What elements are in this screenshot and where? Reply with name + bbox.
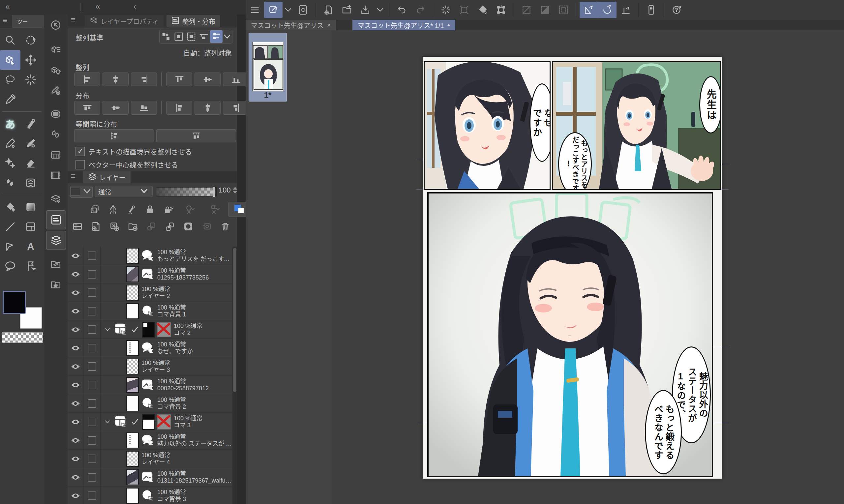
layer-row[interactable]: 100 %通常レイヤー 2 <box>68 284 232 302</box>
layer-thumbnail[interactable] <box>126 359 139 375</box>
layer-search-combo[interactable] <box>70 186 93 198</box>
layer-ruler-pen-button[interactable] <box>105 202 122 216</box>
opacity-slider[interactable] <box>156 187 217 196</box>
toolbar-help-button[interactable] <box>667 2 686 18</box>
layer-visibility-toggle[interactable] <box>68 362 84 372</box>
properties-menu-icon[interactable]: ≡ <box>71 15 75 24</box>
tool-palette-tab[interactable]: ツー <box>12 15 44 28</box>
panel-strip-timeline[interactable] <box>46 166 65 185</box>
layer-name[interactable]: レイヤー 3 <box>141 366 170 374</box>
layer-name[interactable]: レイヤー 2 <box>141 293 170 300</box>
layer-new-vector-button[interactable] <box>106 219 123 233</box>
document-tab-canvas[interactable]: マスコット先生@アリス* 1/1 ● <box>353 20 455 30</box>
transparent-color-swatch[interactable] <box>2 332 43 343</box>
layer-name[interactable]: コマ 3 <box>174 422 202 429</box>
panel-strip-tool-property[interactable] <box>46 61 65 79</box>
toolbar-chevron-down-button[interactable] <box>283 2 294 18</box>
dist-vcenter-button[interactable] <box>103 101 129 115</box>
align-bottom-button[interactable] <box>223 73 249 86</box>
layer-thumbnail[interactable] <box>126 266 139 282</box>
frame-mask-disabled-icon[interactable] <box>157 414 171 430</box>
layer-transfer-down-button[interactable] <box>143 219 160 233</box>
layer-name[interactable]: もっとアリスを だっこすべきです！ <box>157 256 232 263</box>
layer-select-checkbox[interactable] <box>84 450 101 468</box>
panel-strip-align-distribute[interactable] <box>46 210 66 230</box>
toolbar-fill-button[interactable] <box>473 2 492 18</box>
toolbar-clear-button[interactable] <box>436 2 455 18</box>
frame-thumbnail[interactable] <box>142 414 155 430</box>
tool-pencil[interactable] <box>0 133 20 153</box>
layer-name[interactable]: コマ背景 2 <box>157 403 186 410</box>
layer-row[interactable]: 100 %通常コマ背景 3 <box>68 487 232 504</box>
panel-strip-blend-panel[interactable] <box>46 125 65 144</box>
tool-rotate[interactable] <box>20 30 41 50</box>
layer-combo-mask-off-dropdown[interactable] <box>203 202 227 216</box>
layer-select-checkbox[interactable] <box>84 468 101 486</box>
layer-thumbnail[interactable] <box>126 303 139 319</box>
tool-eraser[interactable] <box>20 153 41 173</box>
layer-row[interactable]: 100 %通常01295-1837735256 <box>68 265 232 284</box>
tool-palette-menu-icon[interactable]: ≡ <box>3 16 7 25</box>
layer-select-checkbox[interactable] <box>84 357 101 375</box>
palette-drag-handle[interactable] <box>80 3 83 11</box>
align-left-button[interactable] <box>74 73 100 86</box>
layer-thumbnail[interactable] <box>126 248 139 264</box>
main-color-swatch[interactable] <box>3 291 26 314</box>
layer-row[interactable]: 100 %通常00020-2588797012 <box>68 376 232 394</box>
toolbar-select-border-button[interactable] <box>554 2 573 18</box>
chevron-down-small-icon[interactable] <box>222 32 232 41</box>
panel-strip-material-star[interactable] <box>46 275 65 293</box>
toolbar-redo-button[interactable] <box>411 2 430 18</box>
dist-hcenter-button[interactable] <box>195 101 220 115</box>
layer-visibility-toggle[interactable] <box>68 325 84 335</box>
layer-thumbnail[interactable] <box>126 488 139 504</box>
tool-balloon[interactable] <box>0 256 20 276</box>
layer-select-checkbox[interactable] <box>84 394 101 412</box>
toolbar-deselect-button[interactable] <box>517 2 536 18</box>
dist-top-button[interactable] <box>74 101 100 115</box>
layer-row[interactable]: 100 %通常コマ 2 <box>68 320 232 339</box>
tool-text-jp[interactable]: あ <box>0 114 20 133</box>
layer-row[interactable]: 100 %通常魅力以外の ステータスが 1なので、 <box>68 431 232 450</box>
layer-draft-button[interactable] <box>123 202 140 216</box>
layer-select-checkbox[interactable] <box>84 265 101 283</box>
toolbar-open-button[interactable] <box>338 2 356 18</box>
layer-new-layer-button[interactable] <box>87 219 105 233</box>
dist-bottom-button[interactable] <box>131 101 157 115</box>
frame-thumbnail[interactable] <box>142 322 155 338</box>
dist-left-button[interactable] <box>166 101 192 115</box>
tab-layers[interactable]: レイヤー <box>83 172 130 183</box>
opacity-stepper[interactable] <box>233 187 237 194</box>
back-arrow-icon[interactable]: ‹ <box>133 2 136 11</box>
layer-select-checkbox[interactable] <box>84 284 101 302</box>
layer-name[interactable]: コマ背景 3 <box>157 496 186 503</box>
toolbar-menu-button[interactable] <box>246 2 264 18</box>
layer-name[interactable]: コマ背景 1 <box>157 311 186 318</box>
panel-strip-material[interactable] <box>46 254 65 273</box>
manga-page[interactable]: なぜ、 ですか <box>423 57 722 479</box>
collapse-panel-icon[interactable]: « <box>96 2 100 11</box>
layer-row[interactable]: 100 %通常01311-1825179367_waifu2x_art_nois… <box>68 468 232 487</box>
layer-apply-mask-button[interactable] <box>198 219 215 233</box>
tool-wand[interactable] <box>20 70 41 90</box>
toolbar-snap-ruler-button[interactable] <box>579 2 598 18</box>
close-tab-icon[interactable]: × <box>327 21 331 29</box>
basis-basis-object-button[interactable] <box>210 30 222 43</box>
layer-visibility-toggle[interactable] <box>68 472 84 482</box>
layer-combo-ruler-off-dropdown[interactable] <box>178 202 202 216</box>
align-top-button[interactable] <box>166 73 192 86</box>
folder-expand-chevron-icon[interactable] <box>103 326 112 333</box>
layer-name[interactable]: コマ 2 <box>174 330 202 337</box>
tool-zoom[interactable] <box>0 30 20 50</box>
toolbar-invert-selection-button[interactable] <box>536 2 554 18</box>
basis-basis-canvas-button[interactable] <box>173 30 185 43</box>
layer-panel-menu-icon[interactable]: ≡ <box>71 172 75 181</box>
layer-merge-down-button[interactable] <box>161 219 178 233</box>
toolbar-device-button[interactable] <box>642 2 660 18</box>
tool-text[interactable]: A <box>20 237 41 256</box>
layer-row[interactable]: 100 %通常コマ背景 1 <box>68 302 232 320</box>
layer-select-checkbox[interactable] <box>84 320 101 339</box>
equal-vertical-button[interactable] <box>74 129 154 142</box>
document-tab-pages[interactable]: マスコット先生@アリス × <box>246 20 336 30</box>
equal-horizontal-button[interactable] <box>156 129 236 142</box>
